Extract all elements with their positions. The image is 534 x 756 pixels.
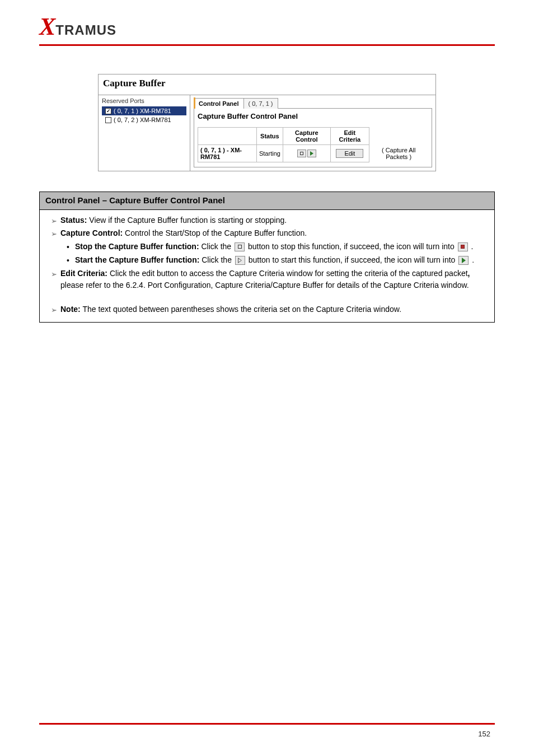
- capture-buffer-window: Capture Buffer Reserved Ports ( 0, 7, 1 …: [98, 74, 436, 171]
- reserved-port-item[interactable]: ( 0, 7, 1 ) XM-RM781: [102, 106, 186, 115]
- col-capall: [369, 128, 428, 145]
- stop-hollow-icon: [235, 242, 245, 251]
- cell-capture-control: [283, 145, 330, 162]
- cell-capall: ( Capture All Packets ): [369, 145, 428, 162]
- desc-subitem: • Stop the Capture Buffer function: Clic…: [67, 241, 488, 253]
- control-panel-title: Capture Buffer Control Panel: [198, 112, 428, 120]
- checkbox-icon[interactable]: [105, 108, 111, 114]
- edit-button[interactable]: Edit: [336, 149, 363, 158]
- desc-item: ➢ Edit Criteria: Click the edit button t…: [51, 268, 488, 291]
- logo-x: X: [39, 12, 54, 41]
- play-hollow-icon: [235, 256, 245, 265]
- desc-item: ➢ Capture Control: Control the Start/Sto…: [51, 227, 488, 240]
- description-header: Control Panel – Capture Buffer Control P…: [40, 192, 494, 210]
- logo-bar: X TRAMUS: [0, 0, 534, 44]
- description-box: Control Panel – Capture Buffer Control P…: [39, 192, 495, 323]
- arrow-icon: ➢: [51, 269, 57, 280]
- reserved-ports-panel: Reserved Ports ( 0, 7, 1 ) XM-RM781 ( 0,…: [99, 95, 190, 171]
- col-port: [198, 128, 257, 145]
- cell-port: ( 0, 7, 1 ) - XM-RM781: [198, 145, 257, 162]
- tab-control-panel[interactable]: Control Panel: [194, 98, 244, 109]
- logo-rest: TRAMUS: [55, 22, 116, 38]
- table-row: ( 0, 7, 1 ) - XM-RM781 Starting Edit: [198, 145, 428, 162]
- logo: X TRAMUS: [39, 12, 495, 41]
- stop-red-icon: [458, 242, 468, 251]
- play-button[interactable]: [307, 150, 316, 157]
- cell-edit: Edit: [330, 145, 369, 162]
- play-green-icon: [458, 256, 469, 265]
- page-number: 152: [478, 730, 490, 738]
- stop-button[interactable]: [297, 150, 306, 157]
- bullet-icon: •: [67, 241, 69, 253]
- control-panel-table: Status Capture Control Edit Criteria ( 0…: [198, 127, 428, 162]
- control-panel: Capture Buffer Control Panel Status Capt…: [194, 108, 432, 167]
- reserved-port-label: ( 0, 7, 2 ) XM-RM781: [114, 116, 171, 123]
- reserved-port-item[interactable]: ( 0, 7, 2 ) XM-RM781: [102, 115, 186, 124]
- stop-icon: [300, 152, 303, 155]
- col-status: Status: [256, 128, 283, 145]
- reserved-ports-label: Reserved Ports: [102, 97, 186, 104]
- bullet-icon: •: [67, 255, 69, 267]
- tabs: Control Panel ( 0, 7, 1 ): [194, 97, 432, 108]
- desc-item: ➢ Note: The text quoted between parenthe…: [51, 304, 488, 316]
- tab-port[interactable]: ( 0, 7, 1 ): [243, 98, 278, 109]
- reserved-port-label: ( 0, 7, 1 ) XM-RM781: [114, 108, 171, 114]
- arrow-icon: ➢: [51, 216, 57, 227]
- desc-subitem: • Start the Capture Buffer function: Cli…: [67, 254, 488, 267]
- arrow-icon: ➢: [51, 305, 57, 316]
- capture-buffer-title: Capture Buffer: [99, 74, 435, 95]
- col-capture-control: Capture Control: [283, 128, 330, 145]
- arrow-icon: ➢: [51, 228, 57, 240]
- desc-item: ➢ Status: View if the Capture Buffer fun…: [51, 214, 488, 227]
- description-body: ➢ Status: View if the Capture Buffer fun…: [40, 210, 494, 323]
- footer-rule: [39, 723, 495, 725]
- checkbox-icon[interactable]: [105, 117, 111, 123]
- screenshot: Capture Buffer Reserved Ports ( 0, 7, 1 …: [98, 74, 436, 171]
- play-icon: [310, 151, 313, 156]
- capture-buffer-main: Control Panel ( 0, 7, 1 ) Capture Buffer…: [190, 95, 435, 171]
- header-rule: [39, 44, 495, 46]
- cell-status: Starting: [256, 145, 283, 162]
- col-edit-criteria: Edit Criteria: [330, 128, 369, 145]
